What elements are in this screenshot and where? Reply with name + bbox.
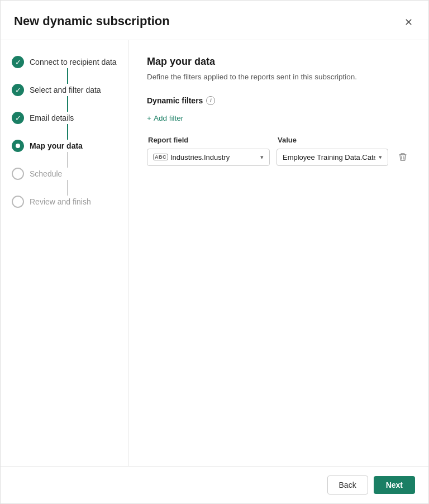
step2-label: Select and filter data <box>30 84 101 95</box>
step5-icon <box>12 168 24 180</box>
step5-label: Schedule <box>30 168 62 179</box>
report-field-col-header: Report field <box>148 136 271 144</box>
modal: New dynamic subscription ✕ ✓ Connect to … <box>0 0 429 504</box>
section-title: Map your data <box>147 56 411 68</box>
step-email: ✓ Email details <box>12 112 117 124</box>
steps-container: ✓ Connect to recipient data ✓ Select <box>12 56 117 208</box>
delete-filter-button[interactable] <box>395 149 411 165</box>
modal-body: ✓ Connect to recipient data ✓ Select <box>1 40 428 466</box>
step2-connector: ✓ <box>12 84 24 96</box>
step-review: Review and finish <box>12 196 117 208</box>
step1-icon: ✓ <box>12 56 24 68</box>
step-select: ✓ Select and filter data <box>12 84 117 96</box>
close-button[interactable]: ✕ <box>402 14 415 31</box>
dynamic-filters-text: Dynamic filters <box>147 96 203 105</box>
modal-header: New dynamic subscription ✕ <box>1 1 428 40</box>
add-filter-label: Add filter <box>154 114 183 122</box>
step6-icon <box>12 196 24 208</box>
filter-table-header: Report field Value <box>147 136 411 144</box>
filter-row: ABC Industries.Industry ▾ Employee Train… <box>147 149 411 166</box>
step3-icon: ✓ <box>12 112 24 124</box>
step6-label: Review and finish <box>30 196 91 207</box>
next-button[interactable]: Next <box>374 476 415 494</box>
check-icon-2: ✓ <box>15 86 21 94</box>
step1-connector: ✓ <box>12 56 24 68</box>
close-icon: ✕ <box>404 16 413 28</box>
back-button[interactable]: Back <box>327 476 368 495</box>
step1-label: Connect to recipient data <box>30 56 117 67</box>
step-connect: ✓ Connect to recipient data <box>12 56 117 68</box>
dynamic-filters-label: Dynamic filters i <box>147 96 411 105</box>
value-chevron-icon: ▾ <box>379 154 382 161</box>
report-field-chevron-icon: ▾ <box>260 154 264 161</box>
step-map: Map your data <box>12 140 117 152</box>
step5-connector <box>12 168 24 180</box>
abc-badge: ABC <box>153 154 168 160</box>
modal-footer: Back Next <box>1 466 428 503</box>
info-icon[interactable]: i <box>206 96 215 105</box>
report-field-dropdown[interactable]: ABC Industries.Industry ▾ <box>147 149 270 166</box>
sidebar: ✓ Connect to recipient data ✓ Select <box>1 40 129 466</box>
report-field-value: Industries.Industry <box>170 153 230 161</box>
step3-connector: ✓ <box>12 112 24 124</box>
step4-connector <box>12 140 24 152</box>
value-dropdown[interactable]: Employee Training Data.Categ... ▾ <box>277 149 388 166</box>
trash-icon <box>398 153 407 161</box>
step2-icon: ✓ <box>12 84 24 96</box>
step4-icon <box>12 140 24 152</box>
check-icon-3: ✓ <box>15 114 21 122</box>
section-desc: Define the filters applied to the report… <box>147 72 411 83</box>
plus-icon: + <box>147 114 151 122</box>
step4-label: Map your data <box>30 140 83 151</box>
step-schedule: Schedule <box>12 168 117 180</box>
check-icon-1: ✓ <box>15 58 21 66</box>
svg-point-0 <box>16 144 20 148</box>
step6-connector <box>12 196 24 208</box>
modal-title: New dynamic subscription <box>14 14 170 28</box>
step3-label: Email details <box>30 112 74 123</box>
dot-icon <box>15 142 21 149</box>
value-text: Employee Training Data.Categ... <box>283 153 375 161</box>
report-field-text: ABC Industries.Industry <box>153 153 230 161</box>
add-filter-button[interactable]: + Add filter <box>147 112 183 125</box>
main-content: Map your data Define the filters applied… <box>129 40 428 466</box>
value-col-header: Value <box>278 136 411 144</box>
